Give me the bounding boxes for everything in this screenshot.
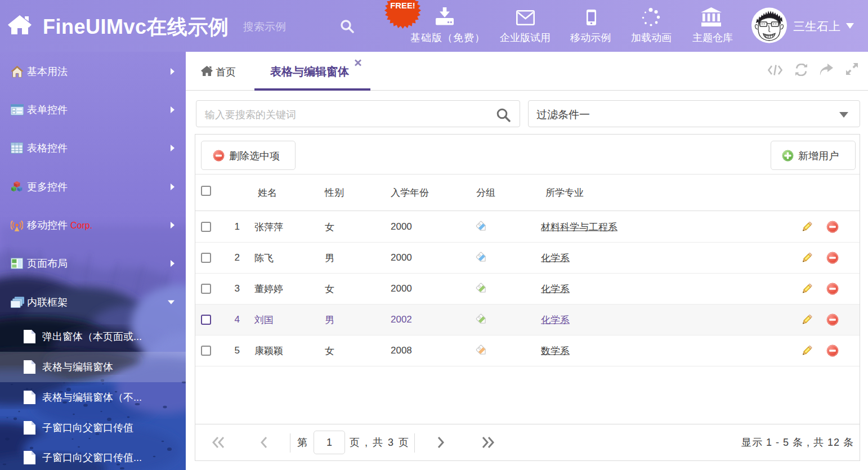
svg-text:FREE!: FREE! bbox=[390, 1, 415, 10]
